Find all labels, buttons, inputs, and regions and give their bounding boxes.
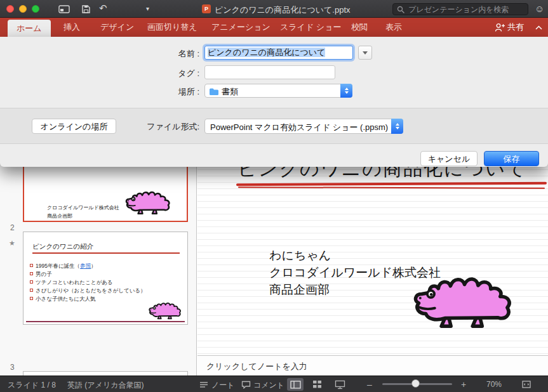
file-format-popup[interactable]: PowerPoint マクロ有効スライド ショー (.ppsm) [204,119,403,134]
search-field [392,3,528,15]
red-square-bullet-icon [30,272,33,275]
thumbnail-slide-3[interactable] [23,371,188,376]
share-person-icon[interactable] [495,23,505,32]
notes-area: クリックしてノートを入力 [197,355,548,376]
tab-review[interactable]: 校閲 [351,18,368,37]
red-square-bullet-icon [30,297,33,300]
comments-toggle[interactable]: コメント [253,380,284,391]
title-marker-underline-thin [238,186,545,189]
selected-filename-text: ピンクのワニの商品化について [208,48,325,57]
notes-toggle[interactable]: ノート [211,380,235,391]
popup-stepper-icon [340,84,352,98]
slide-sorter-view-button[interactable] [309,378,325,391]
cancel-button[interactable]: キャンセル [420,151,478,166]
thumb2-bullet-5: 小さな子供たちに大人気 [30,296,96,303]
tab-view[interactable]: 表示 [385,18,402,37]
thumb2-bullet-2: 男の子 [30,271,52,278]
slide-2-number: 2 [10,223,15,232]
document-title: ピンクのワニの商品化について.pptx [215,4,351,16]
reference-link: 参照 [80,263,91,269]
filename-input[interactable]: ピンクのワニの商品化について [204,46,353,60]
thumb2-crocodile-drawing [148,298,185,320]
tags-label: タグ : [95,68,199,79]
titlebar: ↶ ▾ P ピンクのワニの商品化について.pptx ☺ [0,0,548,18]
statusbar: スライド 1 / 8 英語 (アメリカ合衆国) ノート コメント – + 70% [0,376,548,392]
thumb2-title-underline [32,252,180,254]
feedback-smiley-icon[interactable]: ☺ [535,3,544,14]
thumb2-bullet-1: 1995年春に誕生（参照） [30,263,97,270]
slide-indicator: スライド 1 / 8 [8,380,56,391]
app-window: ↶ ▾ P ピンクのワニの商品化について.pptx ☺ ホーム 挿入 デザイン … [0,0,548,392]
zoom-slider-knob[interactable] [411,379,420,388]
tab-home[interactable]: ホーム [8,20,51,37]
notes-icon[interactable] [199,381,208,388]
folder-icon [209,88,218,95]
window-view-icon[interactable] [58,5,70,13]
search-input[interactable] [407,4,525,15]
zoom-window-button[interactable] [32,5,39,13]
normal-view-button[interactable] [287,378,304,391]
where-popup[interactable]: 書類 [204,84,352,98]
title-marker-underline-thick [236,182,547,186]
slideshow-view-button[interactable] [331,378,348,391]
slide-crocodile-drawing[interactable] [411,264,523,329]
tab-transitions[interactable]: 画面切り替え [147,18,197,37]
thumb1-company-text: クロコダイルワールド株式会社 [47,204,119,211]
expand-dialog-button[interactable] [358,46,372,60]
where-value: 書類 [222,86,238,98]
popup-stepper-icon [391,119,403,134]
close-window-button[interactable] [6,5,14,13]
save-icon[interactable] [81,4,91,14]
tags-input[interactable] [204,65,335,79]
tab-animations[interactable]: アニメーション [211,18,271,37]
file-format-value: PowerPoint マクロ有効スライド ショー (.ppsm) [210,122,388,133]
zoom-in-button[interactable]: + [461,379,466,389]
fit-to-window-button[interactable] [518,378,535,391]
red-square-bullet-icon [30,289,33,292]
red-square-bullet-icon [30,264,33,267]
save-as-dialog: 名前 : ピンクのワニの商品化について タグ : 場所 : 書類 オンラインの場… [0,37,548,167]
minimize-window-button[interactable] [19,5,27,13]
zoom-out-button[interactable]: – [367,379,372,389]
undo-icon[interactable]: ↶ [99,3,107,14]
thumbnail-slide-2[interactable]: ピンクのワニの紹介 1995年春に誕生（参照） 男の子 ツチノコといわれたことが… [23,232,188,325]
save-button[interactable]: 保存 [484,151,539,166]
where-label: 場所 : [95,86,199,98]
thumb1-dept-text: 商品企画部 [47,212,72,219]
zoom-percent[interactable]: 70% [486,380,502,389]
thumb2-footer-line [26,321,185,322]
collapse-ribbon-icon[interactable] [535,25,543,30]
slide-body-line-3[interactable]: 商品企画部 [269,282,330,298]
document-icon: P [202,4,211,13]
language-indicator[interactable]: 英語 (アメリカ合衆国) [67,380,144,391]
slide-3-number: 3 [10,363,15,372]
search-icon [397,6,405,14]
share-button[interactable]: 共有 [507,18,524,37]
tab-design[interactable]: デザイン [100,18,134,37]
name-label: 名前 : [95,48,199,60]
comments-icon[interactable] [241,381,251,389]
thumb2-bullet-4: さびしがりや（おともだちをさがしている） [30,287,146,295]
thumb2-title: ピンクのワニの紹介 [32,242,93,251]
toolbar-options-caret-icon[interactable]: ▾ [146,5,149,12]
red-square-bullet-icon [30,280,33,284]
animation-star-icon: ★ [9,239,15,247]
chevron-down-icon [363,51,368,55]
tab-slideshow[interactable]: スライド ショー [280,18,341,37]
ribbon-tab-bar: ホーム 挿入 デザイン 画面切り替え アニメーション スライド ショー 校閲 表… [0,18,548,37]
slide-body-line-1[interactable]: わにちゃん [269,247,331,264]
notes-placeholder[interactable]: クリックしてノートを入力 [206,361,307,372]
thumb1-crocodile-drawing [124,185,175,215]
thumb2-bullet-3: ツチノコといわれたことがある [30,279,113,287]
file-format-label: ファイル形式: [95,121,199,133]
tab-insert[interactable]: 挿入 [63,18,80,37]
